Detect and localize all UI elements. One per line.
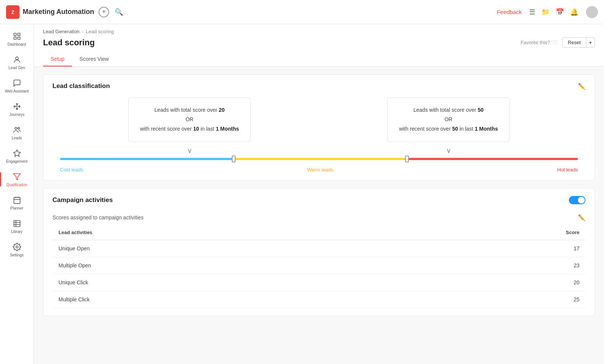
- search-button[interactable]: 🔍: [114, 7, 124, 17]
- main-layout: Dashboard Lead Gen Web Assistant Journey…: [0, 24, 604, 364]
- lead-gen-label: Lead Gen: [9, 66, 25, 70]
- activity-score: 25: [394, 291, 586, 308]
- table-row: Unique Click 20: [52, 274, 586, 291]
- sidebar-item-engagement[interactable]: Engagement: [0, 144, 34, 168]
- svg-point-7: [14, 106, 15, 107]
- settings-icon: [13, 242, 21, 251]
- breadcrumb: Lead Generation › Lead scoring: [43, 29, 595, 34]
- scores-subheader-title: Scores assigned to campaign activities: [52, 214, 143, 221]
- svg-point-8: [16, 103, 18, 105]
- reset-button-label: Reset: [562, 38, 586, 47]
- campaign-activities-card: Campaign activities Scores assigned to c…: [43, 188, 595, 316]
- tab-scores-view[interactable]: Scores View: [72, 52, 117, 66]
- add-button[interactable]: +: [99, 7, 109, 17]
- sidebar-item-lead-gen[interactable]: Lead Gen: [0, 51, 34, 74]
- campaign-edit-icon[interactable]: ✏️: [578, 214, 586, 221]
- sidebar-item-journeys[interactable]: Journeys: [0, 97, 34, 121]
- activity-score: 17: [394, 240, 586, 257]
- svg-rect-4: [14, 37, 16, 39]
- toggle-switch[interactable]: [569, 196, 586, 204]
- warm-recent-score: 10: [193, 126, 199, 132]
- page-header: Lead Generation › Lead scoring Lead scor…: [34, 24, 604, 67]
- lead-classification-title: Lead classification: [52, 82, 110, 90]
- page-title: Lead scoring: [43, 38, 95, 48]
- sidebar-item-planner[interactable]: Planner: [0, 191, 34, 214]
- topbar: Z Marketing Automation + 🔍 Feedback ☰ 📁 …: [0, 0, 604, 24]
- slider-container: [60, 158, 578, 160]
- campaign-activities-header: Campaign activities: [52, 196, 586, 204]
- reset-button-arrow: ▾: [586, 38, 595, 47]
- bell-icon[interactable]: 🔔: [570, 8, 578, 16]
- hot-recent-score: 50: [452, 126, 458, 132]
- warm-track: [233, 158, 405, 160]
- activities-table-header-row: Lead activities Score: [52, 225, 586, 240]
- folder-icon[interactable]: 📁: [541, 8, 550, 16]
- cold-track: [60, 158, 233, 160]
- content-body: Lead classification ✏️ Leads with total …: [34, 67, 604, 324]
- classification-area: Leads with total score over 20 OR with r…: [52, 97, 586, 173]
- sidebar-item-web-assistant[interactable]: Web Assistant: [0, 74, 34, 97]
- sidebar: Dashboard Lead Gen Web Assistant Journey…: [0, 24, 34, 364]
- activity-name: Unique Click: [52, 274, 394, 291]
- engagement-icon: [13, 148, 21, 158]
- chevron-warm-icon: ∨: [187, 147, 192, 155]
- calendar-icon[interactable]: 📅: [556, 8, 564, 16]
- sidebar-item-library[interactable]: Library: [0, 214, 34, 238]
- tab-setup[interactable]: Setup: [43, 52, 72, 66]
- heart-icon[interactable]: ♡: [552, 39, 558, 46]
- sidebar-item-leads[interactable]: Leads: [0, 121, 34, 144]
- breadcrumb-parent[interactable]: Lead Generation: [43, 29, 80, 34]
- lead-gen-icon: [13, 54, 21, 64]
- user-avatar[interactable]: [586, 6, 598, 18]
- hot-total-score: 50: [478, 107, 484, 113]
- svg-rect-15: [14, 197, 20, 204]
- table-row: Unique Open 17: [52, 240, 586, 257]
- activity-name: Multiple Click: [52, 291, 394, 308]
- lead-classification-header: Lead classification ✏️: [52, 82, 586, 90]
- favorite-label: Favorite this?: [521, 40, 550, 45]
- qualification-label: Qualification: [6, 183, 27, 187]
- sidebar-item-qualification[interactable]: Qualification: [0, 168, 34, 191]
- qualification-icon: [13, 171, 21, 181]
- svg-point-20: [16, 246, 18, 248]
- hot-track: [405, 158, 578, 160]
- journeys-icon: [13, 101, 21, 111]
- web-assistant-icon: [13, 78, 21, 88]
- slider-handle-2[interactable]: [405, 156, 409, 162]
- page-title-right: Favorite this? ♡ Reset ▾: [521, 37, 595, 48]
- activities-table: Lead activities Score Unique Open 17 Mul…: [52, 225, 586, 308]
- logo-area: Z Marketing Automation: [6, 5, 94, 19]
- chevron-hot-icon: ∨: [446, 147, 451, 155]
- dashboard-label: Dashboard: [8, 42, 26, 47]
- activity-name: Unique Open: [52, 240, 394, 257]
- table-row: Multiple Open 23: [52, 257, 586, 274]
- activity-name: Multiple Open: [52, 257, 394, 274]
- reset-button[interactable]: Reset ▾: [562, 37, 595, 48]
- engagement-label: Engagement: [6, 159, 28, 164]
- lead-classification-edit-icon[interactable]: ✏️: [578, 83, 586, 90]
- toggle-thumb: [578, 197, 585, 204]
- slider-handle-1[interactable]: [232, 156, 236, 162]
- lead-classification-card: Lead classification ✏️ Leads with total …: [43, 74, 595, 180]
- sidebar-item-settings[interactable]: Settings: [0, 238, 34, 261]
- svg-rect-19: [14, 221, 20, 227]
- settings-label: Settings: [10, 253, 23, 258]
- planner-icon: [13, 195, 21, 205]
- cold-label: Cold leads: [60, 167, 83, 173]
- leads-label: Leads: [12, 136, 22, 140]
- slider-track: [60, 158, 578, 160]
- svg-point-12: [18, 127, 20, 129]
- topbar-right: Feedback ☰ 📁 📅 🔔: [497, 6, 598, 18]
- warm-or-label: OR: [140, 115, 239, 124]
- activity-score: 20: [394, 274, 586, 291]
- scores-subheader: Scores assigned to campaign activities ✏…: [52, 210, 586, 225]
- slider-labels: Cold leads Warm leads Hot leads: [60, 167, 578, 173]
- svg-rect-3: [17, 33, 20, 35]
- list-icon[interactable]: ☰: [529, 8, 535, 16]
- feedback-link[interactable]: Feedback: [497, 9, 522, 15]
- svg-rect-5: [17, 37, 20, 39]
- toggle-track[interactable]: [569, 196, 586, 204]
- tabs: Setup Scores View: [43, 52, 595, 66]
- sidebar-item-dashboard[interactable]: Dashboard: [0, 27, 34, 51]
- score-box-warm: Leads with total score over 20 OR with r…: [128, 97, 251, 142]
